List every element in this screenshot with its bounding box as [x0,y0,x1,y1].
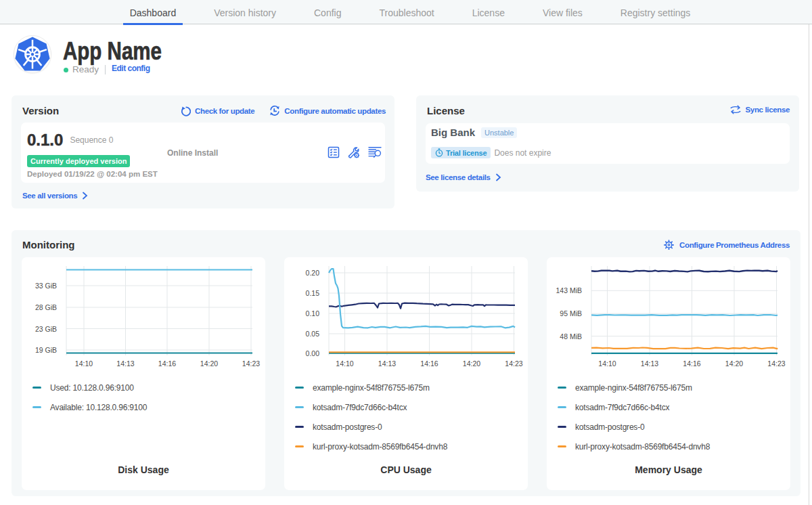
svg-text:14:20: 14:20 [463,359,480,368]
svg-text:48 MiB: 48 MiB [560,332,582,341]
svg-text:0.00: 0.00 [306,349,320,357]
svg-text:14:10: 14:10 [336,359,353,368]
svg-text:14:13: 14:13 [641,359,658,368]
svg-text:95 MiB: 95 MiB [560,309,582,317]
svg-text:14:16: 14:16 [683,359,700,368]
svg-text:14:10: 14:10 [75,359,93,368]
svg-text:23 GiB: 23 GiB [35,325,57,333]
svg-text:14:16: 14:16 [158,359,176,368]
svg-text:33 GiB: 33 GiB [35,282,57,290]
svg-text:14:23: 14:23 [505,359,522,368]
svg-text:14:16: 14:16 [420,359,438,368]
svg-text:0.20: 0.20 [306,269,320,277]
svg-text:14:23: 14:23 [767,359,785,368]
svg-text:14:13: 14:13 [116,359,134,368]
svg-text:0.05: 0.05 [306,330,320,338]
svg-text:14:13: 14:13 [378,359,396,368]
svg-text:0.15: 0.15 [306,289,320,297]
svg-text:0.10: 0.10 [306,309,320,317]
svg-text:28 GiB: 28 GiB [35,303,57,311]
svg-text:14:10: 14:10 [598,359,616,368]
svg-text:14:20: 14:20 [725,359,743,368]
svg-text:19 GiB: 19 GiB [35,346,57,354]
svg-text:14:20: 14:20 [200,359,218,368]
svg-text:143 MiB: 143 MiB [556,286,582,294]
svg-text:14:23: 14:23 [242,359,260,368]
